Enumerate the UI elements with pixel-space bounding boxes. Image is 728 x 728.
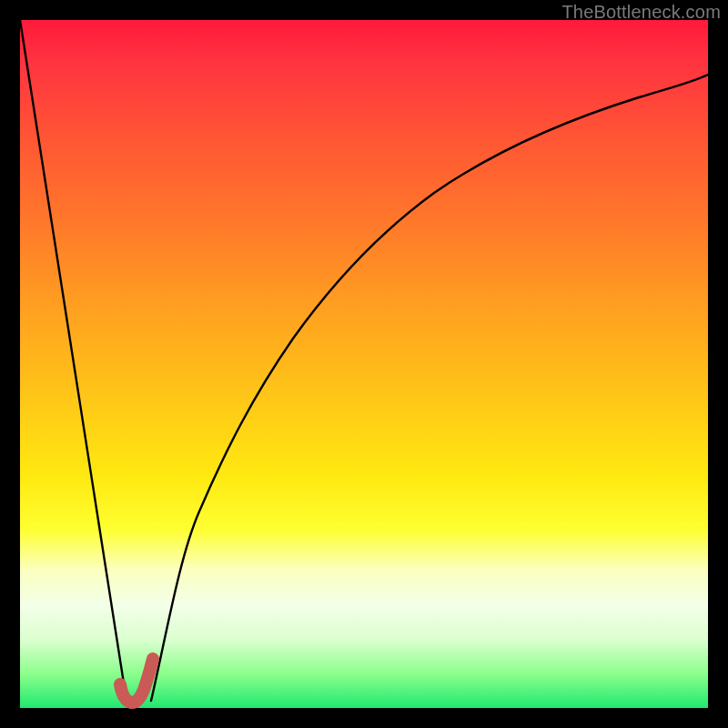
series-left-slope bbox=[20, 20, 126, 701]
watermark-text: TheBottleneck.com bbox=[561, 2, 721, 23]
marker-hook bbox=[120, 659, 153, 703]
chart-canvas bbox=[20, 20, 708, 708]
chart-frame: TheBottleneck.com bbox=[0, 0, 728, 728]
series-right-curve bbox=[151, 75, 708, 701]
